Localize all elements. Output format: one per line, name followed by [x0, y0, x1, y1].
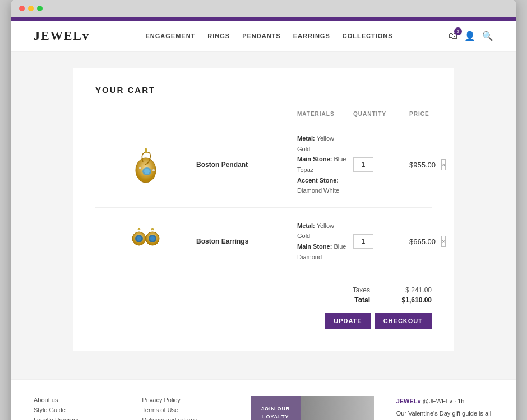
quantity-input-earrings[interactable]: 1: [353, 234, 373, 249]
twitter-handle-text: @JEWELv: [423, 398, 452, 404]
item-image-earrings: [95, 219, 196, 264]
cart-totals: Taxes $ 241.00 Total $1,610.00 UPDATE CH…: [95, 281, 432, 329]
footer-about-us[interactable]: About us: [34, 396, 131, 403]
search-icon[interactable]: 🔍: [482, 31, 493, 41]
item-name-earrings: Boston Earrings: [196, 219, 297, 264]
site-footer: About us Style Guide Loyalty Program Jew…: [11, 379, 516, 420]
cart-title: YOUR CART: [95, 85, 432, 95]
materials-earrings: Metal: Yellow Gold Main Stone: Blue Diam…: [297, 221, 353, 263]
taxes-label: Taxes: [342, 286, 370, 294]
loyalty-text: JOIN OUR LOYALTY PROGRAM: [255, 405, 297, 420]
cart-header-row: MATERIALS QUANTITY PRICE: [95, 106, 432, 122]
page-content: JEWELv ENGAGEMENT RINGS PENDANTS EARRING…: [11, 17, 516, 420]
account-icon[interactable]: 👤: [464, 31, 475, 41]
col-header-price: PRICE: [409, 111, 432, 117]
price-row-pendant: $955.00 ×: [409, 159, 432, 170]
browser-window: JEWELv ENGAGEMENT RINGS PENDANTS EARRING…: [11, 0, 516, 420]
price-row-earrings: $665.00 ×: [409, 236, 432, 247]
svg-point-2: [144, 169, 150, 174]
checkout-button[interactable]: CHECKOUT: [375, 313, 432, 329]
table-row: Boston Earrings Metal: Yellow Gold Main …: [95, 207, 432, 275]
nav-rings[interactable]: RINGS: [207, 32, 230, 39]
footer-terms[interactable]: Terms of Use: [142, 407, 239, 413]
table-row: Boston Pendant Metal: Yellow Gold Main S…: [95, 122, 432, 207]
footer-delivery[interactable]: Delivery and returns: [142, 417, 239, 420]
cart-badge: 2: [454, 27, 462, 35]
close-dot[interactable]: [19, 6, 25, 11]
svg-point-11: [150, 236, 155, 241]
svg-rect-3: [145, 148, 147, 153]
footer-loyalty[interactable]: Loyalty Program: [34, 417, 131, 420]
cart-actions: UPDATE CHECKOUT: [325, 313, 432, 329]
remove-earrings-button[interactable]: ×: [441, 236, 446, 247]
site-header: JEWELv ENGAGEMENT RINGS PENDANTS EARRING…: [11, 21, 516, 52]
twitter-time: 1h: [457, 398, 464, 404]
quantity-pendant: 1: [353, 157, 409, 172]
price-pendant: $955.00: [409, 161, 436, 169]
col-header-quantity: QUANTITY: [353, 111, 409, 117]
main-nav: ENGAGEMENT RINGS PENDANTS EARRINGS COLLE…: [145, 32, 392, 39]
quantity-earrings: 1: [353, 234, 409, 249]
maximize-dot[interactable]: [37, 6, 43, 11]
header-icons: 🛍 2 👤 🔍: [449, 31, 493, 41]
svg-point-4: [139, 167, 141, 169]
taxes-row: Taxes $ 241.00: [342, 286, 432, 294]
footer-main: About us Style Guide Loyalty Program Jew…: [34, 396, 493, 420]
twitter-brand: JEWELv: [396, 398, 421, 404]
nav-earrings[interactable]: EARRINGS: [293, 32, 330, 39]
minimize-dot[interactable]: [28, 6, 34, 11]
twitter-feed: JEWELv @JEWELv · 1h Our Valentine's Day …: [396, 396, 493, 420]
svg-point-8: [137, 236, 141, 241]
remove-pendant-button[interactable]: ×: [441, 159, 446, 170]
svg-point-5: [152, 169, 155, 171]
item-image-pendant: [95, 142, 196, 187]
browser-chrome: [11, 0, 516, 17]
footer-privacy[interactable]: Privacy Policy: [142, 396, 239, 403]
update-button[interactable]: UPDATE: [325, 313, 371, 329]
loyalty-banner-wrapper: JOIN OUR LOYALTY PROGRAM: [251, 396, 374, 420]
footer-col-about: About us Style Guide Loyalty Program Jew…: [34, 396, 131, 420]
footer-col-legal: Privacy Policy Terms of Use Delivery and…: [142, 396, 239, 420]
col-header-materials: MATERIALS: [297, 111, 353, 117]
total-label: Total: [342, 296, 370, 304]
cart-icon[interactable]: 🛍 2: [449, 31, 457, 41]
tweet-text: Our Valentine's Day gift guide is all th…: [396, 410, 491, 420]
taxes-value: $ 241.00: [387, 286, 432, 294]
total-value: $1,610.00: [387, 296, 432, 304]
nav-pendants[interactable]: PENDANTS: [242, 32, 281, 39]
nav-collections[interactable]: COLLECTIONS: [343, 32, 393, 39]
cart-container: YOUR CART MATERIALS QUANTITY PRICE: [73, 68, 454, 351]
price-earrings: $665.00: [409, 237, 436, 246]
materials-pendant: Metal: Yellow Gold Main Stone: Blue Topa…: [297, 133, 353, 196]
item-name-pendant: Boston Pendant: [196, 133, 297, 196]
footer-style-guide[interactable]: Style Guide: [34, 407, 131, 413]
footer-social: JEWELv @JEWELv · 1h Our Valentine's Day …: [385, 396, 493, 420]
quantity-input-pendant[interactable]: 1: [353, 157, 373, 172]
nav-engagement[interactable]: ENGAGEMENT: [145, 32, 195, 39]
main-content: YOUR CART MATERIALS QUANTITY PRICE: [11, 52, 516, 379]
loyalty-banner[interactable]: JOIN OUR LOYALTY PROGRAM: [251, 396, 374, 420]
site-logo[interactable]: JEWELv: [34, 29, 90, 43]
total-row: Total $1,610.00: [342, 296, 432, 304]
